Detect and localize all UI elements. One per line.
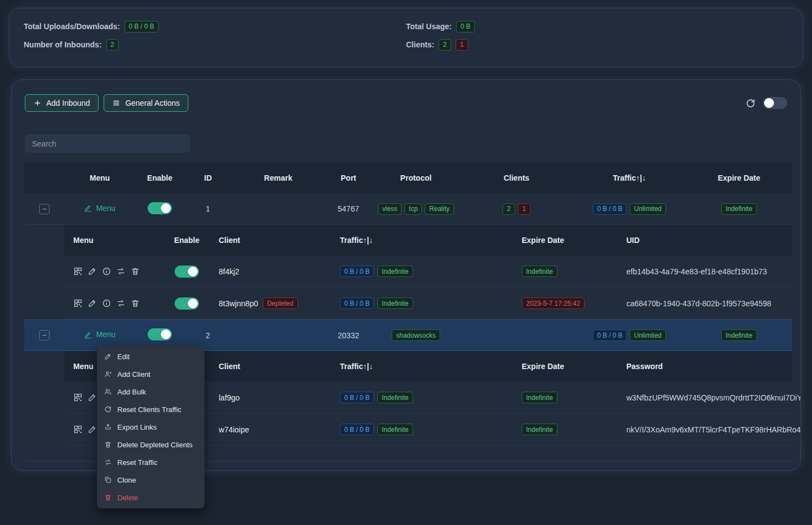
col-header-protocol: Protocol [372, 174, 460, 182]
menu-item-clone[interactable]: Clone [97, 471, 204, 489]
menu-item-label: Reset Traffic [117, 458, 158, 467]
reset-traffic-icon[interactable] [116, 267, 126, 276]
collapse-row-button[interactable]: − [39, 204, 50, 214]
client-traffic-badges: 0 B / 0 B Indefinite [331, 266, 513, 277]
col-header-enable: Enable [135, 174, 185, 182]
qr-code-icon[interactable] [73, 267, 83, 276]
menu-item-add-bulk[interactable]: Add Bulk [97, 383, 204, 400]
inbound-protocol-badges: vless tcp Reality [372, 203, 460, 215]
col-header-uid: UID [618, 236, 792, 245]
inbound-enable-toggle[interactable] [148, 328, 172, 340]
inbound-row-vless: − Menu 1 54767 vless tcp Reality 2 1 0 B… [24, 193, 792, 225]
edit-client-icon[interactable] [88, 425, 97, 434]
clients-depleted-badge: 1 [518, 203, 530, 215]
info-icon[interactable] [102, 267, 111, 276]
clients-label: Clients: [406, 40, 434, 49]
add-inbound-button[interactable]: Add Inbound [25, 94, 99, 112]
client-table-vless: Menu Enable Client Traffic↑|↓ Expire Dat… [64, 225, 792, 320]
traffic-badge: 0 B / 0 B [593, 203, 627, 215]
total-usage-value-badge: 0 B [456, 21, 475, 33]
edit-icon [84, 331, 92, 339]
menu-lines-icon [112, 99, 120, 107]
inbound-protocol-badges: shadowsocks [372, 329, 460, 341]
inbounds-count-label: Number of Inbounds: [24, 40, 102, 49]
general-actions-button[interactable]: General Actions [104, 94, 188, 112]
col-header-expire: Expire Date [513, 236, 618, 245]
menu-item-add-client[interactable]: Add Client [97, 365, 204, 383]
pencil-icon [104, 353, 112, 360]
inbound-menu-trigger[interactable]: Menu [84, 204, 115, 213]
client-name: 8f4kj2 [219, 267, 239, 276]
protocol-badge: tcp [404, 203, 422, 215]
inbound-clients-badges: 2 1 [460, 203, 573, 215]
reset-traffic-icon[interactable] [116, 299, 126, 308]
col-header-enable: Enable [164, 236, 210, 245]
inbound-menu-label: Menu [96, 204, 115, 213]
menu-item-reset-traffic[interactable]: Reset Traffic [97, 453, 204, 471]
search-input[interactable] [25, 134, 190, 153]
traffic-badge: 0 B / 0 B [340, 424, 374, 435]
trash-icon [104, 441, 112, 448]
traffic-badge: 0 B / 0 B [340, 297, 374, 309]
col-header-expire: Expire Date [686, 174, 792, 182]
inbound-id: 1 [185, 204, 231, 213]
menu-item-delete[interactable]: Delete [97, 489, 204, 506]
menu-item-export-links[interactable]: Export Links [97, 418, 204, 436]
traffic-total-badge: Indefinite [377, 297, 413, 309]
client-name: laf9go [219, 393, 240, 402]
traffic-total-badge: Unlimited [630, 203, 666, 215]
menu-item-reset-clients-traffic[interactable]: Reset Clients Traffic [97, 400, 204, 418]
expire-badge: 2023-5-7 17:25:42 [522, 297, 584, 309]
delete-client-icon[interactable] [131, 267, 140, 276]
general-actions-label: General Actions [125, 99, 180, 107]
client-traffic-badges: 0 B / 0 B Indefinite [331, 297, 513, 309]
protocol-badge: Reality [425, 203, 454, 215]
col-header-traffic-sort[interactable]: Traffic↑|↓ [331, 362, 513, 371]
col-header-menu: Menu [64, 236, 164, 245]
export-icon [104, 423, 112, 431]
client-name: 8t3wjnn8p0 [219, 299, 258, 308]
menu-item-label: Edit [117, 353, 129, 361]
menu-item-delete-depleted-clients[interactable]: Delete Depleted Clients [97, 436, 204, 453]
users-icon [104, 388, 112, 396]
client-actions [64, 267, 164, 276]
theme-toggle[interactable] [763, 97, 787, 109]
menu-item-label: Delete Depleted Clients [117, 441, 193, 449]
trash-icon [104, 494, 112, 501]
traffic-total-badge: Unlimited [630, 329, 666, 341]
collapse-row-button[interactable]: − [39, 330, 50, 340]
delete-client-icon[interactable] [131, 299, 140, 308]
menu-item-edit[interactable]: Edit [97, 348, 204, 365]
edit-client-icon[interactable] [88, 393, 97, 402]
plus-icon [34, 99, 41, 107]
qr-code-icon[interactable] [73, 299, 83, 308]
client-name: w74ioipe [219, 425, 249, 434]
client-password: nkV/I/3XoAm9v6xMT/T5lcrF4TpeTKF98rHARbRo… [618, 425, 792, 434]
col-header-traffic-sort[interactable]: Traffic↑|↓ [573, 174, 686, 182]
col-header-menu: Menu [64, 174, 135, 182]
total-usage-label: Total Usage: [406, 22, 452, 31]
inbounds-table-header: Menu Enable ID Remark Port Protocol Clie… [24, 163, 792, 193]
qr-code-icon[interactable] [73, 393, 83, 402]
col-header-password: Password [618, 362, 792, 371]
client-row: 8t3wjnn8p0 Depleted 0 B / 0 B Indefinite… [64, 288, 792, 320]
expire-badge: Indefinite [721, 203, 757, 215]
inbound-enable-toggle[interactable] [148, 202, 172, 214]
col-header-traffic-sort[interactable]: Traffic↑|↓ [331, 236, 513, 245]
client-enable-toggle[interactable] [175, 266, 199, 278]
info-icon[interactable] [102, 299, 111, 308]
qr-code-icon[interactable] [73, 425, 83, 434]
traffic-total-badge: Indefinite [377, 424, 413, 435]
edit-client-icon[interactable] [88, 299, 97, 308]
inbound-menu-trigger[interactable]: Menu [84, 330, 115, 339]
refresh-icon[interactable] [745, 98, 756, 109]
client-enable-toggle[interactable] [175, 297, 199, 310]
edit-client-icon[interactable] [88, 267, 97, 276]
clients-depleted-badge: 1 [456, 39, 468, 51]
expire-badge: Indefinite [721, 329, 757, 341]
col-header-id: ID [185, 174, 231, 182]
client-traffic-badges: 0 B / 0 B Indefinite [331, 424, 513, 435]
col-header-client: Client [210, 236, 331, 245]
clients-active-badge: 2 [502, 203, 515, 215]
stat-inbounds-count: Number of Inbounds: 2 [24, 37, 406, 52]
